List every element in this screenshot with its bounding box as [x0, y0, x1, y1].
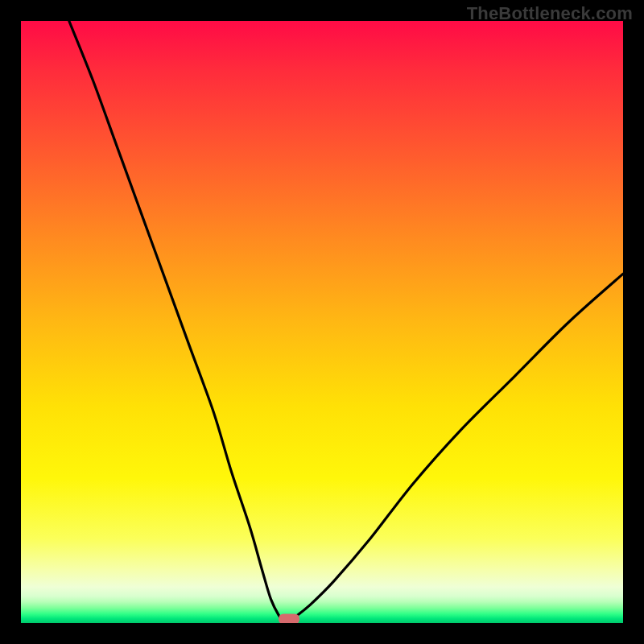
watermark-text: TheBottleneck.com — [467, 3, 633, 24]
chart-frame: TheBottleneck.com — [0, 0, 644, 644]
optimal-point-marker — [279, 613, 299, 623]
bottleneck-curve — [21, 21, 623, 623]
plot-area — [21, 21, 623, 623]
